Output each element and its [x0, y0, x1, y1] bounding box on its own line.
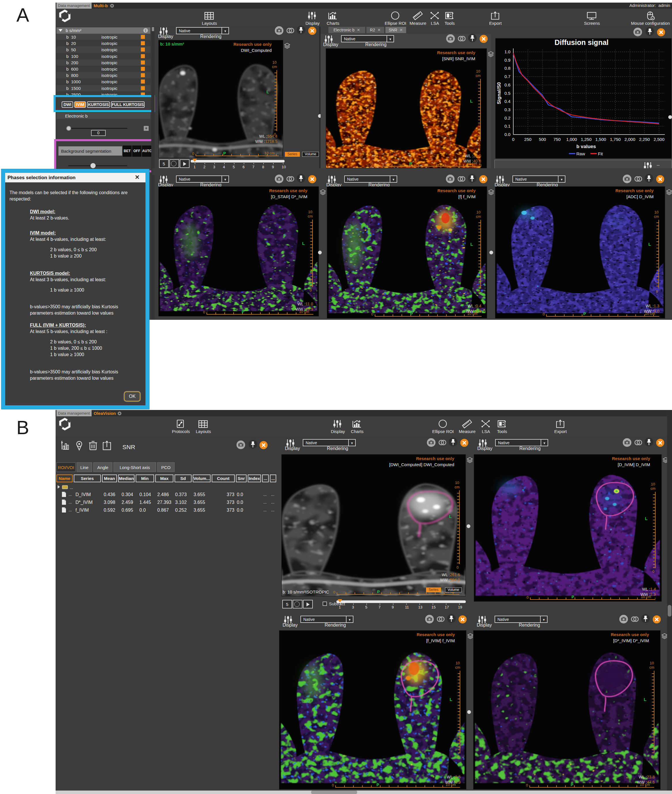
- svg-text:2,000: 2,000: [624, 137, 635, 142]
- svg-text:Raw: Raw: [576, 151, 585, 156]
- svg-text:0.1: 0.1: [504, 123, 510, 128]
- svg-text:250: 250: [524, 137, 531, 142]
- svg-text:b values: b values: [576, 144, 596, 149]
- svg-text:1.0: 1.0: [504, 49, 510, 54]
- svg-text:0.6: 0.6: [504, 82, 510, 87]
- svg-text:0.8: 0.8: [504, 66, 510, 70]
- svg-text:0.7: 0.7: [504, 74, 510, 79]
- svg-text:2,500: 2,500: [654, 137, 664, 142]
- svg-text:0.5: 0.5: [504, 91, 510, 96]
- svg-text:0.2: 0.2: [504, 115, 510, 120]
- svg-text:0: 0: [512, 137, 514, 142]
- svg-text:0.3: 0.3: [504, 107, 510, 112]
- svg-text:0.9: 0.9: [504, 58, 510, 62]
- svg-text:0.0: 0.0: [504, 132, 510, 137]
- svg-text:1,750: 1,750: [610, 137, 621, 142]
- svg-text:500: 500: [539, 137, 546, 142]
- svg-text:Diffusion signal: Diffusion signal: [555, 38, 609, 46]
- svg-text:0.4: 0.4: [504, 99, 510, 104]
- svg-text:1,500: 1,500: [595, 137, 606, 142]
- svg-text:Signal/S0: Signal/S0: [496, 82, 502, 104]
- svg-text:Fit: Fit: [598, 151, 603, 156]
- svg-text:1,000: 1,000: [566, 137, 577, 142]
- svg-text:1,250: 1,250: [581, 137, 592, 142]
- svg-text:2,250: 2,250: [639, 137, 650, 142]
- svg-text:750: 750: [553, 137, 560, 142]
